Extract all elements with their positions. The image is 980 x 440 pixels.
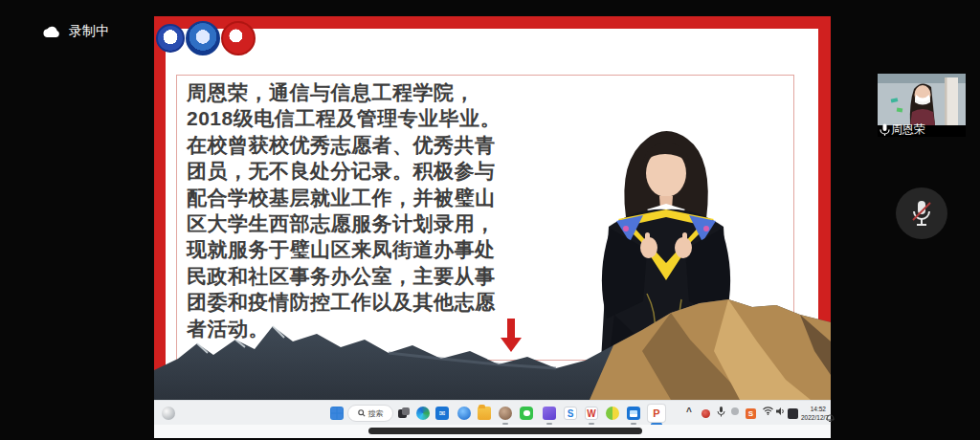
scrollbar-thumb[interactable] <box>368 428 642 434</box>
slide-line: 周恩荣，通信与信息工程学院， <box>187 79 508 105</box>
recording-label: 录制中 <box>69 23 109 40</box>
wifi-icon[interactable] <box>763 407 773 417</box>
screen-share-region: 周恩荣，通信与信息工程学院， 2018级电信工程及管理专业毕业。 在校曾获校优秀… <box>154 16 831 438</box>
search-label: 搜索 <box>368 408 384 419</box>
clock-date: 2022/12/7 <box>801 413 826 422</box>
slide-border-top <box>154 16 831 29</box>
participant-muted-mic-icon <box>880 123 890 136</box>
university-logo-2 <box>186 21 220 55</box>
slide-line: 团员，无不良处分记录。积极参与 <box>187 158 508 184</box>
blue-s-app-icon[interactable]: S <box>564 407 577 420</box>
slide-line: 在校曾获校优秀志愿者、优秀共青 <box>187 132 508 158</box>
tray-sogou-icon[interactable]: S <box>746 408 756 419</box>
mail-app-icon[interactable]: ✉ <box>435 407 449 420</box>
powerpoint-active-app-icon[interactable]: P <box>648 405 665 422</box>
mail-glyph: ✉ <box>439 409 446 418</box>
wps-glyph: W <box>587 408 595 419</box>
start-button[interactable] <box>330 407 344 420</box>
slide-line: 现就服务于璧山区来凤街道办事处 <box>187 236 508 262</box>
edge-browser-icon[interactable] <box>416 407 430 420</box>
university-logo-1 <box>156 24 185 53</box>
bottom-strip <box>154 425 831 438</box>
volunteer-logo <box>221 21 256 55</box>
participant-video <box>878 74 966 125</box>
slide-line: 区大学生西部志愿服务计划录用， <box>187 210 508 236</box>
tray-expand-chevron-icon[interactable]: ^ <box>686 407 692 417</box>
file-explorer-icon[interactable] <box>478 407 491 420</box>
clock-time: 14:52 <box>801 405 826 413</box>
volume-icon[interactable] <box>776 407 786 418</box>
purple-app-icon[interactable] <box>543 407 556 420</box>
ppt-glyph: P <box>653 407 659 419</box>
participant-video-tile[interactable]: 周恩荣 <box>878 74 966 137</box>
search-icon <box>358 409 366 417</box>
taskbar-clock[interactable]: 14:52 2022/12/7 <box>801 405 826 422</box>
muted-mic-icon <box>910 199 933 228</box>
wechat-app-icon[interactable] <box>520 407 533 420</box>
recording-indicator: 录制中 <box>42 23 109 40</box>
windows-logo-icon <box>331 407 343 419</box>
participant-name-bar: 周恩荣 <box>880 121 925 138</box>
widgets-icon[interactable] <box>162 407 175 420</box>
s-glyph: S <box>568 408 574 419</box>
participant-name: 周恩荣 <box>891 121 925 138</box>
input-method-icon[interactable] <box>788 408 798 419</box>
yellow-app-icon[interactable] <box>606 407 619 420</box>
mountain-wallpaper <box>154 284 831 400</box>
tray-red-app-icon[interactable] <box>702 409 710 418</box>
windows-taskbar: 搜索 ✉ S W P ^ S <box>154 400 831 425</box>
search-input[interactable]: 搜索 <box>347 405 393 422</box>
cloud-recording-icon <box>42 25 61 38</box>
slide-line: 2018级电信工程及管理专业毕业。 <box>187 105 508 131</box>
task-view-button[interactable] <box>397 407 411 420</box>
microphone-mute-button[interactable] <box>896 187 947 239</box>
chat-avatar-app-icon[interactable] <box>499 407 512 420</box>
tray-microphone-icon[interactable] <box>717 407 725 419</box>
browser-app-icon[interactable] <box>457 407 471 420</box>
photos-app-icon[interactable] <box>627 407 640 420</box>
wps-office-icon[interactable]: W <box>585 407 598 420</box>
tray-faded-icon[interactable] <box>730 407 740 418</box>
slide-line: 配合学校基层就业工作，并被璧山 <box>187 185 508 210</box>
